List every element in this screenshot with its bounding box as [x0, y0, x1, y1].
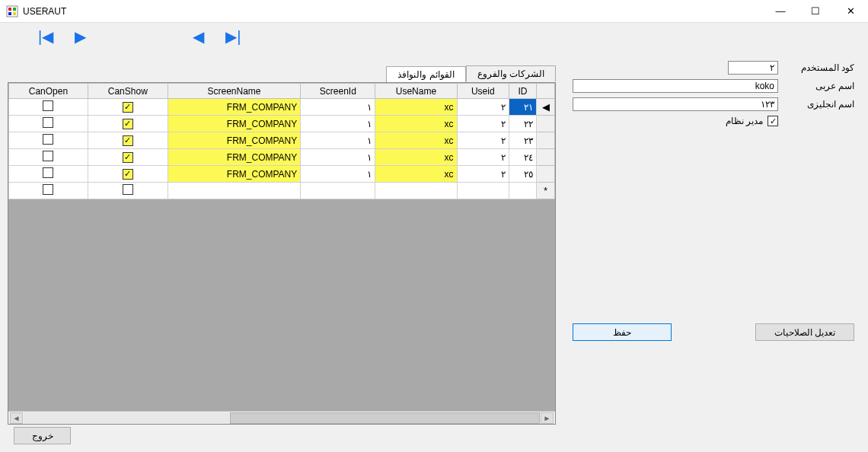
- grid-cell[interactable]: xc: [375, 116, 457, 132]
- svg-rect-3: [8, 12, 11, 15]
- nav-play-icon[interactable]: ▶: [75, 27, 86, 46]
- grid-cell[interactable]: ١: [301, 149, 375, 166]
- checkbox-cell[interactable]: [9, 116, 88, 132]
- grid-cell[interactable]: ٢٢: [509, 116, 536, 132]
- table-row[interactable]: ✓FRM_COMPANY١xc٢٢٤: [9, 149, 555, 166]
- grid-cell[interactable]: xc: [375, 166, 457, 183]
- grid-cell[interactable]: ٢: [457, 166, 509, 183]
- permissions-grid[interactable]: CanOpenCanShowScreenNameScreenIdUseNameU…: [8, 82, 556, 425]
- column-header[interactable]: ScreenId: [301, 84, 375, 99]
- row-indicator: [537, 149, 555, 166]
- column-header[interactable]: Useid: [457, 84, 509, 99]
- exit-button[interactable]: خروج: [14, 427, 71, 444]
- grid-cell[interactable]: FRM_COMPANY: [168, 132, 300, 149]
- user-form: كود المستخدم اسم عربى اسم انجليزى ✓ مدير…: [573, 61, 854, 126]
- user-code-input[interactable]: [728, 61, 778, 75]
- checkbox-cell[interactable]: [9, 166, 88, 183]
- checkbox-cell[interactable]: [9, 183, 88, 199]
- is-admin-checkbox[interactable]: ✓: [767, 116, 778, 126]
- grid-cell[interactable]: ٢: [457, 99, 509, 116]
- checkbox-cell[interactable]: ✓: [88, 166, 168, 183]
- grid-cell[interactable]: ٢١: [509, 99, 536, 116]
- column-header[interactable]: CanShow: [88, 84, 168, 99]
- row-indicator: [537, 166, 555, 183]
- checkbox-cell[interactable]: [88, 183, 168, 199]
- name-en-label: اسم انجليزى: [786, 99, 854, 110]
- app-icon: [6, 5, 18, 18]
- svg-rect-1: [8, 8, 11, 11]
- close-button[interactable]: ✕: [833, 0, 868, 23]
- grid-cell[interactable]: FRM_COMPANY: [168, 166, 300, 183]
- grid-cell[interactable]: [168, 183, 300, 199]
- table-row[interactable]: ✓FRM_COMPANY١xc٢٢١◀: [9, 99, 555, 116]
- table-row[interactable]: ✓FRM_COMPANY١xc٢٢٢: [9, 116, 555, 132]
- nav-last-icon[interactable]: ▶|: [225, 27, 241, 46]
- nav-prev-icon[interactable]: ◀: [193, 27, 204, 46]
- grid-cell[interactable]: ٢٣: [509, 132, 536, 149]
- grid-horizontal-scrollbar[interactable]: ◄ ►: [8, 411, 555, 424]
- grid-cell[interactable]: xc: [375, 99, 457, 116]
- tab-menus-windows[interactable]: القوائم والنوافذ: [386, 66, 465, 82]
- new-row[interactable]: *: [9, 183, 555, 199]
- maximize-button[interactable]: ☐: [798, 0, 833, 23]
- grid-cell[interactable]: xc: [375, 132, 457, 149]
- grid-cell[interactable]: ١: [301, 132, 375, 149]
- grid-cell[interactable]: xc: [375, 149, 457, 166]
- is-admin-label: مدير نظام: [726, 116, 763, 126]
- scroll-right-icon[interactable]: ►: [541, 412, 554, 424]
- edit-permissions-button[interactable]: تعديل الصلاحيات: [755, 323, 854, 341]
- table-row[interactable]: ✓FRM_COMPANY١xc٢٢٥: [9, 166, 555, 183]
- column-header[interactable]: UseName: [375, 84, 457, 99]
- row-indicator: [537, 116, 555, 132]
- checkbox-cell[interactable]: ✓: [88, 149, 168, 166]
- scroll-left-icon[interactable]: ◄: [10, 412, 23, 424]
- grid-cell[interactable]: ١: [301, 99, 375, 116]
- row-indicator: [537, 132, 555, 149]
- column-header[interactable]: ScreenName: [168, 84, 300, 99]
- grid-cell[interactable]: ٢: [457, 132, 509, 149]
- grid-cell[interactable]: [509, 183, 536, 199]
- grid-cell[interactable]: ٢٤: [509, 149, 536, 166]
- svg-rect-2: [13, 8, 16, 11]
- name-en-input[interactable]: [573, 97, 778, 111]
- grid-cell[interactable]: ١: [301, 116, 375, 132]
- row-indicator: ◀: [537, 99, 555, 116]
- user-code-label: كود المستخدم: [786, 62, 854, 73]
- tab-strip: الشركات والفروع القوائم والنوافذ: [8, 65, 556, 81]
- grid-cell[interactable]: ٢: [457, 116, 509, 132]
- record-navigator: |◀ ▶ ◀ ▶|: [38, 27, 241, 46]
- new-row-indicator: *: [537, 183, 555, 199]
- svg-rect-4: [13, 12, 16, 15]
- title-bar: USERAUT — ☐ ✕: [0, 0, 868, 23]
- tab-companies-branches[interactable]: الشركات والفروع: [466, 65, 556, 81]
- name-ar-label: اسم عربى: [786, 81, 854, 91]
- checkbox-cell[interactable]: [9, 132, 88, 149]
- grid-cell[interactable]: ٢: [457, 149, 509, 166]
- grid-cell[interactable]: ٢٥: [509, 166, 536, 183]
- grid-cell[interactable]: FRM_COMPANY: [168, 149, 300, 166]
- scroll-thumb[interactable]: [230, 412, 540, 424]
- column-header[interactable]: ID: [509, 84, 536, 99]
- grid-cell[interactable]: [457, 183, 509, 199]
- table-row[interactable]: ✓FRM_COMPANY١xc٢٢٣: [9, 132, 555, 149]
- checkbox-cell[interactable]: ✓: [88, 99, 168, 116]
- checkbox-cell[interactable]: [9, 99, 88, 116]
- grid-cell[interactable]: FRM_COMPANY: [168, 116, 300, 132]
- checkbox-cell[interactable]: ✓: [88, 132, 168, 149]
- nav-first-icon[interactable]: |◀: [38, 27, 53, 46]
- checkbox-cell[interactable]: ✓: [88, 116, 168, 132]
- save-button[interactable]: حفظ: [573, 323, 672, 341]
- row-header-column: [537, 84, 555, 99]
- column-header[interactable]: CanOpen: [9, 84, 88, 99]
- grid-cell[interactable]: [301, 183, 375, 199]
- grid-cell[interactable]: [375, 183, 457, 199]
- grid-cell[interactable]: FRM_COMPANY: [168, 99, 300, 116]
- window-title: USERAUT: [23, 6, 66, 17]
- name-ar-input[interactable]: [573, 79, 778, 93]
- scroll-track[interactable]: [24, 412, 540, 424]
- checkbox-cell[interactable]: [9, 149, 88, 166]
- grid-cell[interactable]: ١: [301, 166, 375, 183]
- minimize-button[interactable]: —: [763, 0, 798, 23]
